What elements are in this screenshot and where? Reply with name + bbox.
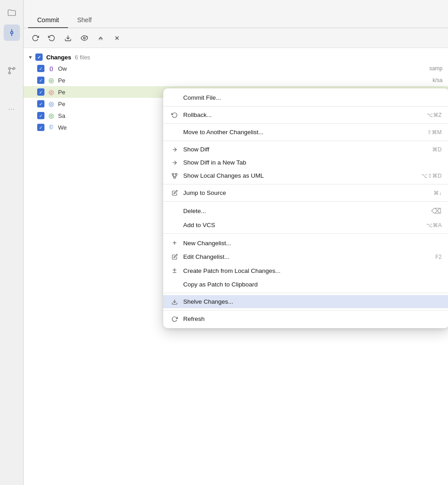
menu-item-commit-file[interactable]: Commit File...	[163, 91, 448, 104]
file-item-1[interactable]: ✓ {} Ow samp	[24, 63, 448, 74]
menu-item-refresh[interactable]: Refresh	[163, 312, 448, 325]
shortcut-show-diff: ⌘D	[432, 146, 442, 153]
menu-label-refresh: Refresh	[183, 315, 205, 322]
file-type-icon-1: {}	[47, 64, 55, 73]
file-checkbox-2[interactable]: ✓	[37, 77, 44, 84]
tab-shelf[interactable]: Shelf	[68, 13, 101, 28]
menu-label-delete: Delete...	[183, 208, 206, 214]
menu-item-show-uml[interactable]: Show Local Changes as UML ⌥⇧⌘D	[163, 169, 448, 182]
menu-item-shelve-changes[interactable]: Shelve Changes...	[163, 295, 448, 308]
menu-separator-4	[163, 184, 448, 184]
close-toolbar-button[interactable]	[111, 32, 123, 44]
menu-label-commit-file: Commit File...	[183, 94, 221, 101]
shortcut-move-changelist: ⇧⌘M	[427, 129, 442, 136]
changes-checkbox[interactable]: ✓	[35, 53, 43, 61]
create-patch-icon: ±	[170, 267, 179, 275]
file-checkbox-6[interactable]: ✓	[37, 124, 44, 131]
menu-separator-3	[163, 141, 448, 141]
sidebar-icon-git[interactable]	[4, 24, 20, 41]
menu-label-move-changelist: Move to Another Changelist...	[183, 129, 263, 136]
show-uml-icon	[170, 173, 179, 179]
menu-label-rollback: Rollback...	[183, 112, 212, 118]
menu-separator-5	[163, 201, 448, 202]
menu-label-new-changelist: New Changelist...	[183, 240, 231, 247]
menu-label-show-diff: Show Diff	[183, 146, 209, 153]
file-item-2[interactable]: ✓ ◎ Pe k/sa	[24, 74, 448, 86]
new-changelist-icon: +	[170, 239, 179, 247]
file-name-3: Pe	[58, 89, 65, 96]
menu-item-delete[interactable]: Delete... ⌫	[163, 204, 448, 218]
menu-label-add-vcs: Add to VCS	[183, 222, 215, 228]
changes-count: 6 files	[75, 54, 90, 61]
shelve-changes-icon	[170, 299, 179, 305]
edit-changelist-icon	[170, 254, 179, 260]
refresh-toolbar-button[interactable]	[29, 32, 42, 44]
shortcut-delete: ⌫	[431, 207, 442, 215]
sidebar-icon-branch[interactable]	[4, 63, 20, 79]
menu-separator-7	[163, 293, 448, 293]
menu-label-edit-changelist: Edit Changelist...	[183, 253, 229, 260]
file-checkbox-3[interactable]: ✓	[37, 88, 44, 96]
download-toolbar-button[interactable]	[62, 32, 74, 44]
file-name-4: Pe	[58, 101, 65, 107]
tab-commit[interactable]: Commit	[28, 13, 68, 28]
svg-rect-12	[172, 173, 174, 175]
file-type-icon-4: ◎	[47, 100, 55, 108]
show-diff-icon	[170, 146, 179, 153]
menu-item-edit-changelist[interactable]: Edit Changelist... F2	[163, 250, 448, 263]
menu-separator-2	[163, 123, 448, 124]
sidebar-icon-more[interactable]: ···	[4, 101, 20, 117]
file-type-icon-2: ◎	[47, 76, 55, 84]
shortcut-edit-changelist: F2	[435, 254, 442, 260]
file-name-1: Ow	[58, 65, 67, 72]
eye-toolbar-button[interactable]	[78, 32, 91, 44]
menu-item-new-changelist[interactable]: + New Changelist...	[163, 236, 448, 250]
menu-label-shelve-changes: Shelve Changes...	[183, 298, 233, 305]
shortcut-show-uml: ⌥⇧⌘D	[421, 173, 442, 179]
file-path-1: samp	[429, 65, 443, 72]
shortcut-add-vcs: ⌥⌘A	[426, 222, 442, 228]
file-checkbox-4[interactable]: ✓	[37, 100, 44, 107]
file-name-2: Pe	[58, 77, 65, 84]
menu-item-add-vcs[interactable]: Add to VCS ⌥⌘A	[163, 218, 448, 232]
svg-rect-13	[175, 173, 177, 175]
menu-separator-6	[163, 233, 448, 234]
menu-item-rollback[interactable]: Rollback... ⌥⌘Z	[163, 108, 448, 121]
file-type-icon-5: ◎	[47, 112, 55, 120]
expand-toolbar-button[interactable]	[94, 32, 107, 44]
file-name-5: Sa	[58, 112, 65, 119]
jump-source-icon	[170, 190, 179, 196]
svg-point-5	[8, 72, 10, 74]
sidebar: ···	[0, 0, 24, 485]
svg-point-4	[13, 68, 15, 69]
menu-label-jump-source: Jump to Source	[183, 189, 226, 196]
menu-separator-1	[163, 106, 448, 107]
app-container: ··· Commit Shelf	[0, 0, 448, 485]
menu-separator-8	[163, 310, 448, 310]
context-menu: Commit File... Rollback... ⌥⌘Z Move to A…	[163, 88, 448, 328]
file-checkbox-1[interactable]: ✓	[37, 65, 44, 72]
svg-point-7	[83, 37, 85, 39]
tab-bar: Commit Shelf	[24, 0, 448, 28]
file-type-icon-3: ◎	[47, 88, 55, 96]
file-checkbox-5[interactable]: ✓	[37, 112, 44, 119]
file-path-2: k/sa	[433, 77, 443, 83]
svg-point-3	[8, 68, 10, 69]
menu-item-jump-source[interactable]: Jump to Source ⌘↓	[163, 186, 448, 199]
file-type-icon-6: ©	[47, 123, 55, 131]
menu-label-create-patch: Create Patch from Local Changes...	[183, 267, 281, 274]
undo-toolbar-button[interactable]	[45, 32, 58, 44]
sidebar-icon-folder[interactable]	[4, 5, 20, 21]
show-diff-tab-icon	[170, 160, 179, 166]
menu-label-show-diff-tab: Show Diff in a New Tab	[183, 159, 246, 166]
menu-item-move-changelist[interactable]: Move to Another Changelist... ⇧⌘M	[163, 126, 448, 139]
main-content: Commit Shelf	[24, 0, 448, 485]
menu-label-copy-patch: Copy as Patch to Clipboard	[183, 281, 258, 288]
menu-item-show-diff-tab[interactable]: Show Diff in a New Tab	[163, 156, 448, 169]
menu-item-show-diff[interactable]: Show Diff ⌘D	[163, 143, 448, 156]
file-name-6: We	[58, 124, 67, 131]
menu-item-create-patch[interactable]: ± Create Patch from Local Changes...	[163, 263, 448, 278]
menu-item-copy-patch[interactable]: Copy as Patch to Clipboard	[163, 278, 448, 291]
changes-label: Changes	[46, 54, 71, 61]
chevron-icon[interactable]: ▾	[29, 54, 32, 60]
